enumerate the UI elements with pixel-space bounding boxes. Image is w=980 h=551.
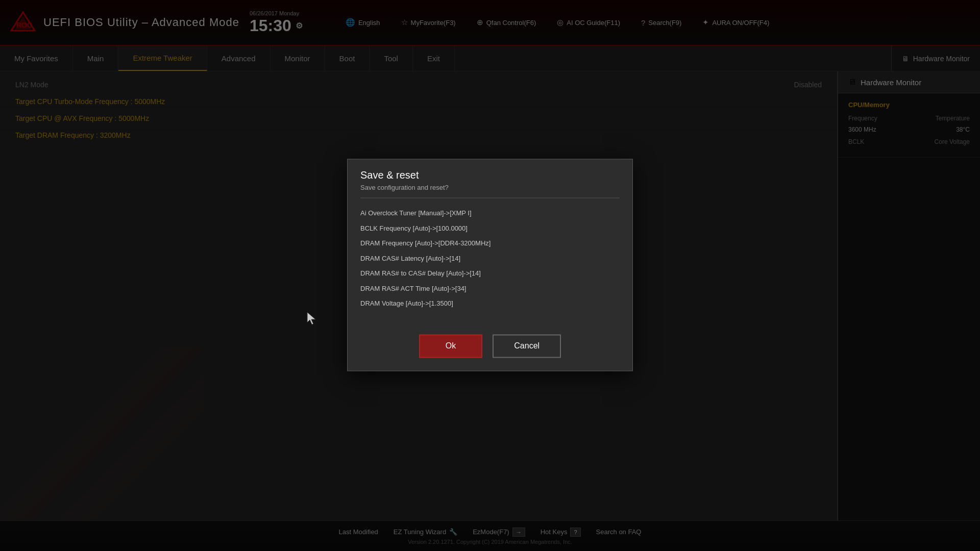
change-item-6: DRAM RAS# ACT Time [Auto]->[34] bbox=[360, 281, 620, 296]
change-item-5: DRAM RAS# to CAS# Delay [Auto]->[14] bbox=[360, 266, 620, 281]
dialog-title: Save & reset bbox=[348, 159, 632, 184]
cancel-button[interactable]: Cancel bbox=[493, 334, 561, 358]
ok-button[interactable]: Ok bbox=[419, 334, 482, 358]
dialog-body: Ai Overclock Tuner [Manual]->[XMP I] BCL… bbox=[348, 198, 632, 323]
change-item-3: DRAM Frequency [Auto]->[DDR4-3200MHz] bbox=[360, 236, 620, 251]
change-item-1: Ai Overclock Tuner [Manual]->[XMP I] bbox=[360, 206, 620, 221]
change-item-4: DRAM CAS# Latency [Auto]->[14] bbox=[360, 251, 620, 266]
change-item-2: BCLK Frequency [Auto]->[100.0000] bbox=[360, 221, 620, 236]
dialog-buttons: Ok Cancel bbox=[348, 324, 632, 370]
change-item-7: DRAM Voltage [Auto]->[1.3500] bbox=[360, 296, 620, 311]
dialog-subtitle: Save configuration and reset? bbox=[348, 184, 632, 197]
save-reset-dialog: Save & reset Save configuration and rese… bbox=[347, 159, 633, 370]
